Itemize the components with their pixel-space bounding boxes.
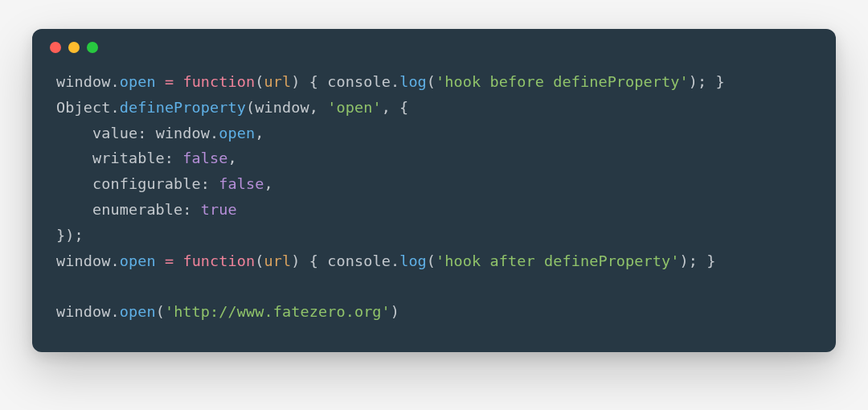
fn-defineproperty: defineProperty bbox=[120, 99, 246, 116]
punct: ); } bbox=[689, 73, 725, 90]
code-window: window.open = function(url) { console.lo… bbox=[32, 29, 836, 352]
code-line-blank bbox=[56, 274, 812, 300]
indent bbox=[56, 175, 92, 192]
fn-open: open bbox=[120, 303, 156, 320]
paren-open: ( bbox=[427, 252, 436, 269]
prop-open: open bbox=[219, 125, 255, 141]
punct: ) { bbox=[291, 252, 327, 269]
space bbox=[174, 252, 182, 269]
kw-function: function bbox=[182, 73, 255, 90]
blank bbox=[56, 278, 65, 295]
key-value: value bbox=[92, 125, 137, 141]
punct: : bbox=[137, 125, 155, 141]
paren-open: ( bbox=[156, 303, 165, 320]
code-line: window.open = function(url) { console.lo… bbox=[56, 248, 812, 274]
traffic-light-close-icon[interactable] bbox=[50, 42, 61, 53]
paren-close: ) bbox=[391, 303, 399, 320]
str-url: 'http://www.fatezero.org' bbox=[165, 303, 391, 320]
space bbox=[156, 252, 165, 269]
arg-window: window bbox=[255, 99, 309, 116]
str-open: 'open' bbox=[327, 99, 381, 116]
punct-dot: . bbox=[110, 73, 119, 90]
paren-open: ( bbox=[246, 99, 255, 116]
indent bbox=[56, 125, 92, 141]
fn-log: log bbox=[399, 73, 427, 90]
obj-window: window bbox=[56, 303, 110, 320]
op-assign: = bbox=[165, 252, 174, 269]
code-line: enumerable: true bbox=[56, 197, 812, 223]
op-assign: = bbox=[165, 73, 174, 90]
bool-false: false bbox=[182, 150, 227, 166]
punct: : bbox=[165, 150, 182, 166]
obj-object: Object bbox=[56, 99, 110, 116]
punct: }); bbox=[56, 227, 84, 244]
punct: ); } bbox=[680, 252, 716, 269]
space bbox=[174, 73, 182, 90]
bool-true: true bbox=[201, 201, 237, 218]
key-enumerable: enumerable bbox=[92, 201, 182, 218]
punct: : bbox=[201, 175, 219, 192]
paren-open: ( bbox=[427, 73, 436, 90]
prop-open: open bbox=[120, 73, 156, 90]
code-line: Object.defineProperty(window, 'open', { bbox=[56, 95, 812, 121]
paren-open: ( bbox=[255, 252, 264, 269]
obj-window: window bbox=[156, 125, 210, 141]
punct: , bbox=[228, 150, 237, 166]
kw-function: function bbox=[182, 252, 255, 269]
punct-dot: . bbox=[110, 252, 119, 269]
punct: ) { bbox=[291, 73, 327, 90]
fn-log: log bbox=[399, 252, 427, 269]
punct-dot: . bbox=[391, 252, 399, 269]
space bbox=[156, 73, 165, 90]
code-line: }); bbox=[56, 223, 812, 248]
traffic-light-minimize-icon[interactable] bbox=[68, 42, 80, 53]
str-hook-after: 'hook after defineProperty' bbox=[436, 252, 679, 269]
punct: , { bbox=[382, 99, 409, 116]
key-writable: writable bbox=[92, 150, 165, 166]
punct-dot: . bbox=[110, 99, 119, 116]
code-line: value: window.open, bbox=[56, 121, 812, 146]
punct-dot: . bbox=[110, 303, 119, 320]
obj-console: console bbox=[327, 252, 391, 269]
paren-open: ( bbox=[255, 73, 264, 90]
punct-dot: . bbox=[391, 73, 399, 90]
traffic-light-zoom-icon[interactable] bbox=[87, 42, 98, 53]
obj-window: window bbox=[56, 252, 110, 269]
param-url: url bbox=[264, 252, 292, 269]
code-line: window.open('http://www.fatezero.org') bbox=[56, 299, 812, 325]
punct: , bbox=[264, 175, 273, 192]
obj-window: window bbox=[56, 73, 110, 90]
punct: : bbox=[182, 201, 200, 218]
param-url: url bbox=[264, 73, 292, 90]
bool-false: false bbox=[219, 175, 264, 192]
code-line: configurable: false, bbox=[56, 171, 812, 197]
punct-dot: . bbox=[210, 125, 219, 141]
code-line: writable: false, bbox=[56, 146, 812, 171]
punct: , bbox=[255, 125, 264, 141]
str-hook-before: 'hook before defineProperty' bbox=[436, 73, 689, 90]
code-block[interactable]: window.open = function(url) { console.lo… bbox=[32, 66, 836, 352]
punct: , bbox=[309, 99, 327, 116]
titlebar bbox=[32, 29, 836, 66]
code-line: window.open = function(url) { console.lo… bbox=[56, 69, 812, 95]
indent bbox=[56, 201, 92, 218]
prop-open: open bbox=[120, 252, 156, 269]
key-configurable: configurable bbox=[92, 175, 201, 192]
obj-console: console bbox=[327, 73, 391, 90]
indent bbox=[56, 150, 92, 166]
